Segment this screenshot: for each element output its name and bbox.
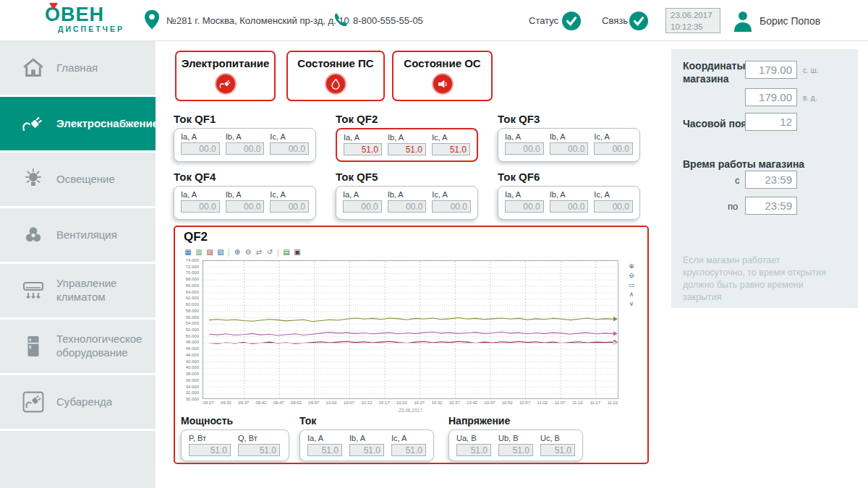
pan-icon[interactable]: ⇄: [255, 248, 263, 257]
close-time-field[interactable]: 23:59: [745, 197, 797, 215]
field-label: Ib, A: [349, 434, 384, 442]
field-label: Ia, A: [181, 132, 220, 141]
latitude-field[interactable]: 179.00: [745, 61, 797, 79]
sidebar-item-power-supply[interactable]: Электроснабжение: [0, 97, 156, 150]
zoom-in-icon[interactable]: ⊕: [233, 248, 242, 257]
zoom-out-icon[interactable]: ⊖: [629, 273, 634, 279]
y-tick-label: 66.000: [186, 283, 199, 288]
y-tick-label: 54.000: [186, 321, 199, 325]
field-label: Ib, A: [226, 132, 265, 141]
chart-points-icon[interactable]: ▧: [216, 248, 225, 257]
field-value: 51.0: [391, 444, 426, 456]
zoom-out-icon[interactable]: ⊖: [244, 248, 252, 257]
header: ОВЕН ДИСПЕТЧЕР №281 г. Москва, Коломенск…: [0, 0, 868, 41]
sidebar-item-sublease[interactable]: Субаренда: [0, 375, 156, 429]
field-label: Uc, B: [540, 434, 575, 442]
plug-icon: [215, 73, 237, 95]
qf2-current-panel[interactable]: Ток QF2 Ia, A51.0 Ib, A51.0 Ic, A51.0: [336, 113, 478, 162]
x-tick-label: 10:52: [502, 401, 513, 405]
field-value: 51.0: [189, 444, 231, 456]
field-label: Ic, A: [432, 190, 471, 199]
y-tick-label: 74.000: [186, 258, 199, 262]
field-label: Ia, A: [343, 190, 382, 199]
field-value: 51.0: [238, 444, 280, 456]
field-label: Ic, A: [594, 190, 633, 199]
field-value: 51.0: [349, 444, 384, 456]
timezone-label: Часовой пояс: [683, 117, 752, 130]
fit-icon[interactable]: ▭: [629, 282, 635, 288]
x-tick-label: 10:12: [361, 401, 372, 405]
excel-export-icon[interactable]: ▤: [282, 248, 291, 257]
sidebar-filler: [0, 431, 156, 488]
home-icon: [19, 58, 48, 78]
link-ok-icon: [629, 12, 648, 33]
security-alarm-status-button[interactable]: Состояние ОС: [392, 51, 493, 101]
group-title: Ток: [299, 415, 434, 427]
chart-line-icon[interactable]: ▨: [205, 248, 214, 257]
x-tick-label: 09:27: [203, 401, 213, 405]
x-tick-label: 09:57: [308, 401, 319, 405]
field-value: 00.0: [226, 142, 265, 155]
field-value: 00.0: [432, 200, 471, 213]
field-value: 00.0: [270, 200, 309, 213]
logo-drop-icon: [49, 3, 58, 10]
power-status-button[interactable]: Электропитание: [175, 51, 276, 101]
sidebar-item-climate[interactable]: Управление климатом: [0, 264, 156, 317]
y-tick-label: 36.000: [186, 378, 199, 382]
scroll-up-icon[interactable]: ∧: [629, 291, 634, 298]
owen-dispatcher-app: ОВЕН ДИСПЕТЧЕР №281 г. Москва, Коломенск…: [0, 0, 868, 488]
longitude-field[interactable]: 179.00: [745, 88, 797, 106]
power-measure-group: Мощность P, Вт51.0 Q, Вт51.0: [181, 415, 289, 461]
user-avatar-icon: [733, 10, 752, 35]
timezone-field[interactable]: 12: [745, 113, 797, 131]
status-label: Статус: [529, 0, 558, 41]
sidebar-item-lighting[interactable]: Освещение: [0, 153, 156, 206]
sidebar-item-label: Освещение: [56, 173, 147, 187]
field-label: Ib, A: [550, 190, 589, 199]
y-tick-label: 68.000: [186, 277, 199, 281]
refresh-icon[interactable]: ↺: [265, 248, 274, 257]
scroll-down-icon[interactable]: ∨: [629, 301, 634, 307]
sidebar-item-tech-equipment[interactable]: Технологическое оборудование: [0, 320, 156, 373]
link-label: Связь: [602, 0, 628, 41]
trend-plot-area[interactable]: [203, 260, 618, 399]
x-tick-label: 09:47: [273, 401, 284, 405]
sidebar-item-label: Вентиляция: [56, 228, 147, 242]
group-title: Напряжение: [448, 415, 583, 427]
field-label: Ic, A: [391, 434, 426, 442]
plug-icon: [19, 114, 48, 133]
longitude-unit: в. д.: [803, 94, 817, 102]
x-tick-label: 10:37: [449, 401, 460, 405]
panel-title: Ток QF6: [498, 171, 640, 183]
x-tick-label: 10:32: [431, 401, 442, 405]
sidebar-item-ventilation[interactable]: Вентиляция: [0, 208, 156, 262]
user-name: Борис Попов: [760, 0, 820, 41]
x-tick-label: 10:42: [467, 401, 477, 405]
y-tick-label: 50.000: [186, 334, 199, 338]
open-time-field[interactable]: 23:59: [745, 171, 797, 189]
qf1-current-panel: Ток QF1 Ia, A00.0 Ib, A00.0 Ic, A00.0: [174, 113, 316, 162]
x-tick-label: 10:27: [414, 401, 425, 405]
print-icon[interactable]: ▣: [293, 248, 302, 257]
x-tick-label: 10:22: [396, 401, 407, 405]
field-value: 00.0: [505, 142, 544, 155]
y-tick-label: 34.000: [186, 385, 199, 389]
y-tick-label: 42.000: [186, 359, 199, 364]
logo-subtitle: ДИСПЕТЧЕР: [58, 25, 124, 33]
chart-area-icon[interactable]: ▦: [184, 248, 192, 257]
field-label: Ib, A: [550, 132, 589, 141]
field-label: Ib, A: [226, 190, 265, 199]
fire-alarm-status-button[interactable]: Состояние ПС: [286, 51, 385, 101]
field-value: 51.0: [432, 143, 470, 155]
field-value: 51.0: [540, 444, 575, 456]
speaker-icon: [432, 73, 454, 95]
chart-bars-icon[interactable]: ▥: [195, 248, 203, 257]
field-label: Ia, A: [181, 190, 220, 199]
zoom-in-icon[interactable]: ⊕: [629, 263, 634, 270]
x-tick-label: 10:02: [326, 401, 337, 405]
sidebar-item-home[interactable]: Главная: [0, 41, 156, 95]
sidebar-item-label: Главная: [56, 61, 147, 75]
x-tick-label: 10:07: [344, 401, 354, 405]
field-value: 00.0: [181, 200, 220, 213]
time-value: 10:12:35: [671, 21, 715, 33]
